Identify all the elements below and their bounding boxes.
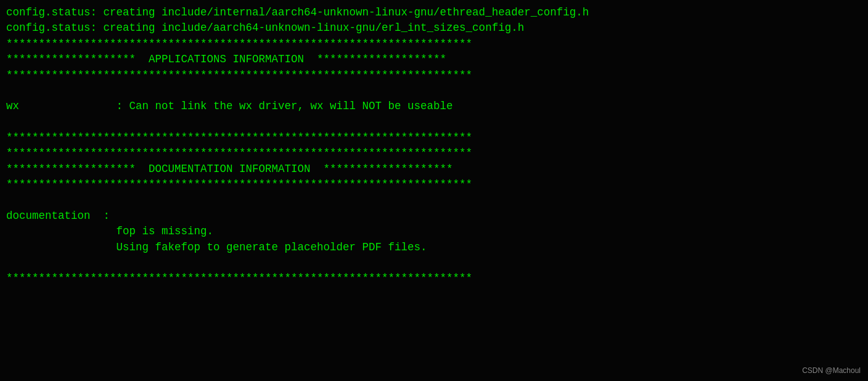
terminal-line-15: Using fakefop to generate placeholder PD… — [6, 241, 427, 253]
terminal-line-6: wx : Can not link the wx driver, wx will… — [6, 100, 453, 112]
terminal-output: config.status: creating include/internal… — [6, 5, 862, 287]
terminal-line-13: documentation : — [6, 210, 110, 222]
terminal-line-8: ****************************************… — [6, 131, 472, 144]
terminal-line-0: config.status: creating include/internal… — [6, 6, 589, 18]
terminal-line-14: fop is missing. — [6, 225, 213, 237]
terminal-line-11: ****************************************… — [6, 178, 472, 190]
terminal-line-2: ****************************************… — [6, 38, 472, 50]
terminal-line-1: config.status: creating include/aarch64-… — [6, 22, 524, 34]
terminal-window: config.status: creating include/internal… — [0, 0, 868, 381]
terminal-line-17: ****************************************… — [6, 272, 472, 284]
terminal-line-9: ****************************************… — [6, 147, 472, 159]
terminal-line-3: ******************** APPLICATIONS INFORM… — [6, 53, 446, 65]
watermark: CSDN @Machoul — [802, 366, 861, 376]
terminal-line-10: ******************** DOCUMENTATION INFOR… — [6, 163, 453, 175]
terminal-line-4: ****************************************… — [6, 69, 472, 81]
